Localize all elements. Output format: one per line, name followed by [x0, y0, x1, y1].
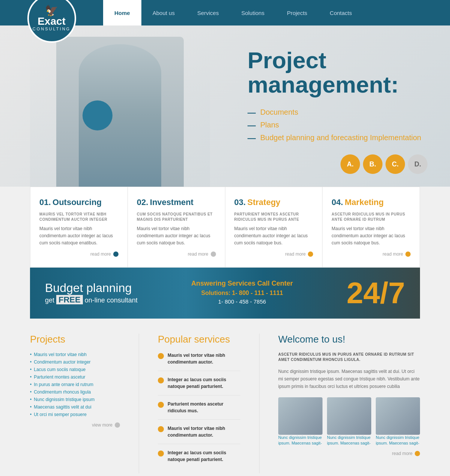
service-4-readmore[interactable]: read more: [332, 251, 411, 257]
list-item: Mauris vel tortor vitae nibh condimentum…: [158, 425, 240, 444]
welcome-images: Nunc dignissim tristique ipsum. Maecenas…: [278, 397, 420, 446]
welcome-image-group-2: Nunc dignissim tristique ipsum. Maecenas…: [327, 397, 371, 446]
service-1-title: Outsourcing: [52, 198, 102, 207]
banner-phone2: 1- 800 - 458 - 7856: [191, 296, 293, 307]
service-col-4: 04. Marketing ASCETUR RIDICULUS MUS IN P…: [322, 187, 420, 267]
service-1-readmore[interactable]: read more: [39, 251, 118, 257]
list-item: Condimentum rhoncus ligula: [30, 389, 120, 395]
hero-dash-3: —: [248, 133, 256, 143]
service-2-readmore[interactable]: read more: [137, 251, 216, 257]
project-link-7[interactable]: Nunc dignissim tristique ipsum: [30, 397, 120, 402]
list-item: Integer ac lacus cum sociis natoque pena…: [158, 376, 240, 395]
project-list: Mauris vel tortor vitae nibh Condimentum…: [30, 352, 120, 417]
service-2-header: 02. Investment: [137, 198, 216, 207]
project-link-5[interactable]: In purus ante ornare id rutrum: [30, 382, 120, 387]
hero-image: [30, 29, 210, 187]
popular-dot-3: [158, 402, 164, 408]
hero-dot-d[interactable]: D.: [408, 154, 428, 174]
hero-dot-b[interactable]: B.: [363, 154, 382, 174]
list-item: In purus ante ornare id rutrum: [30, 382, 120, 387]
list-item: Parturient montes ascetur: [30, 374, 120, 380]
hero-dot-a[interactable]: A.: [340, 154, 360, 174]
popular-dot-4: [158, 426, 164, 432]
list-item: Integer ac lacus cum sociis natoque pena…: [158, 449, 240, 468]
welcome-img-1: [278, 397, 322, 435]
hero-feature-label-2: Plans: [260, 121, 279, 129]
welcome-heading: Welcome to us!: [278, 334, 420, 345]
list-item: Lacus cum sociis natoque: [30, 367, 120, 372]
nav-home[interactable]: Home: [103, 0, 141, 25]
banner-phone1: 1- 800 - 111 - 1111: [232, 290, 283, 296]
service-3-readmore[interactable]: read more: [234, 251, 314, 257]
welcome-img-2: [327, 397, 371, 435]
popular-text-4: Mauris vel tortor vitae nibh condimentum…: [168, 425, 240, 439]
welcome-readmore-button[interactable]: read more: [278, 451, 420, 456]
welcome-subtitle: ASCETUR RIDICULUS MUS IN PURUS ANTE ORNA…: [278, 352, 420, 362]
welcome-caption-1: Nunc dignissim tristique ipsum. Maecenas…: [278, 435, 322, 446]
banner-title: Budget planning: [45, 281, 138, 295]
project-link-1[interactable]: Mauris vel tortor vitae nibh: [30, 352, 120, 357]
hero-dash-2: —: [248, 121, 256, 130]
service-2-num: 02.: [137, 201, 148, 206]
list-item: Mauris vel tortor vitae nibh: [30, 352, 120, 357]
service-3-num: 03.: [234, 201, 246, 206]
hero-circle-decoration: [82, 100, 112, 130]
service-1-num: 01.: [39, 201, 51, 206]
list-item: Condimentum auctor integer: [30, 359, 120, 365]
hero-feature-label-1: Documents: [260, 108, 298, 117]
banner-center-title: Answering Services Call Center: [191, 280, 293, 287]
popular-text-2: Integer ac lacus cum sociis natoque pena…: [168, 376, 240, 390]
service-1-subtitle: MAURIS VEL TORTOR VITAE NIBH CONDIMENTUM…: [39, 212, 118, 222]
service-3-title: Strategy: [248, 198, 280, 207]
welcome-caption-3: Nunc dignissim tristique ipsum. Maecenas…: [376, 435, 420, 446]
welcome-image-group-3: Nunc dignissim tristique ipsum. Maecenas…: [376, 397, 420, 446]
nav-contacts[interactable]: Contacts: [318, 0, 363, 25]
popular-text-3: Parturient montes ascetur ridiculus mus.: [168, 401, 240, 414]
hero-dash-1: —: [248, 108, 256, 118]
projects-column: Projects Mauris vel tortor vitae nibh Co…: [30, 334, 120, 473]
view-more-button[interactable]: view more: [30, 422, 120, 428]
welcome-img-3: [376, 397, 420, 435]
list-item: Ut orci mi semper posuere: [30, 412, 120, 417]
hero-person-bg: [56, 37, 184, 187]
hero-dot-c[interactable]: C.: [386, 154, 405, 174]
logo-tagline: CONSULTING: [33, 27, 70, 31]
welcome-text: Nunc dignissim tristique ipsum. Maecenas…: [278, 368, 420, 391]
project-link-2[interactable]: Condimentum auctor integer: [30, 359, 120, 365]
service-2-title: Investment: [150, 198, 194, 207]
banner-subtitle: get FREE on-line consultant: [45, 295, 138, 305]
service-3-text: Mauris vel tortor vitae nibh condimentum…: [234, 225, 314, 247]
project-link-4[interactable]: Parturient montes ascetur: [30, 374, 120, 380]
popular-list: Mauris vel tortor vitae nibh condimentum…: [158, 352, 240, 468]
banner-left: Budget planning get FREE on-line consult…: [45, 281, 138, 305]
service-4-header: 04. Marketing: [332, 198, 411, 207]
nav-projects[interactable]: Projects: [276, 0, 318, 25]
nav-about[interactable]: About us: [141, 0, 186, 25]
popular-dot-2: [158, 377, 164, 383]
project-link-8[interactable]: Maecenas sagittis velit at dui: [30, 404, 120, 410]
popular-text-1: Mauris vel tortor vitae nibh condimentum…: [168, 352, 240, 365]
hero-feature-3: — Budget planning and forecasting Implem…: [248, 133, 428, 143]
banner-solutions: Solutions: 1- 800 - 111 - 1111: [191, 290, 293, 296]
nav-services[interactable]: Services: [186, 0, 230, 25]
projects-heading: Projects: [30, 334, 120, 345]
list-item: Parturient montes ascetur ridiculus mus.: [158, 401, 240, 420]
welcome-readmore-dot: [415, 451, 420, 456]
service-col-1: 01. Outsourcing MAURIS VEL TORTOR VITAE …: [30, 187, 128, 267]
service-2-text: Mauris vel tortor vitae nibh condimentum…: [137, 225, 216, 247]
service-1-header: 01. Outsourcing: [39, 198, 118, 207]
viewmore-dot: [115, 422, 120, 428]
project-link-9[interactable]: Ut orci mi semper posuere: [30, 412, 120, 417]
project-link-6[interactable]: Condimentum rhoncus ligula: [30, 389, 120, 395]
hero-dot-group: A. B. C. D.: [248, 154, 428, 174]
popular-dot-5: [158, 451, 164, 457]
logo-bird-icon: 🦅: [45, 6, 58, 16]
service-2-subtitle: CUM SOCIIS NATOQUE PENATIBUS ET MAGNIS D…: [137, 212, 216, 222]
hero-feature-list: — Documents — Plans — Budget planning an…: [248, 108, 428, 143]
service-col-3: 03. Strategy PARTURIENT MONTES ASCETUR R…: [225, 187, 323, 267]
header: 🦅 Exact CONSULTING Home About us Service…: [0, 0, 450, 25]
nav-solutions[interactable]: Solutions: [230, 0, 276, 25]
project-link-3[interactable]: Lacus cum sociis natoque: [30, 367, 120, 372]
list-item: Nunc dignissim tristique ipsum: [30, 397, 120, 402]
popular-dot-1: [158, 353, 164, 359]
